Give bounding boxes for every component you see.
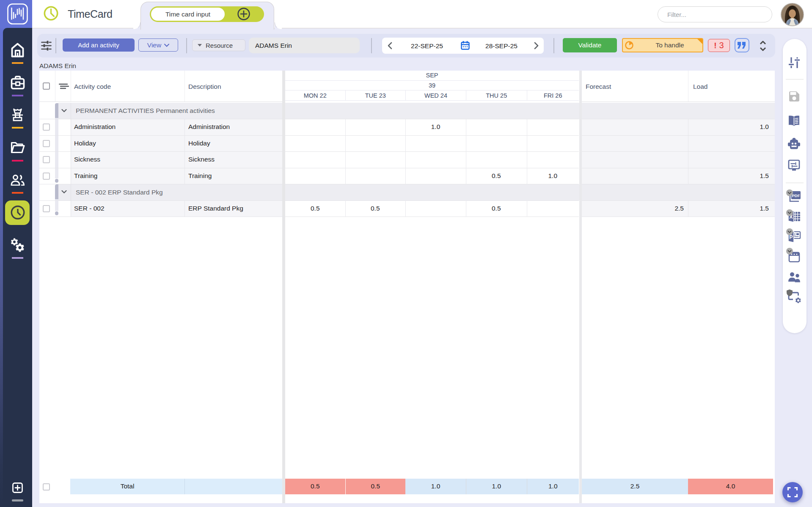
svg-text:PDF: PDF [792, 193, 800, 198]
